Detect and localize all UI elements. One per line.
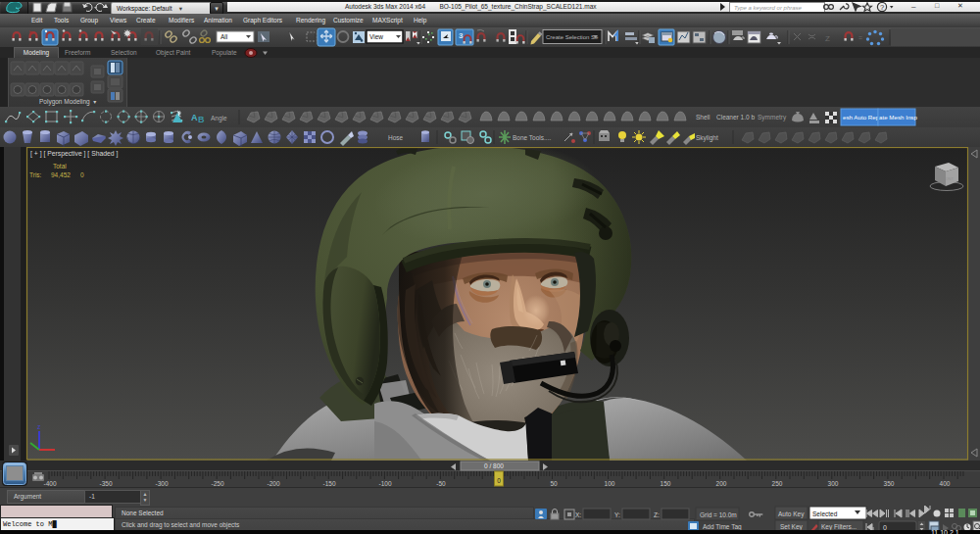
svg-text:Angle: Angle [211,115,227,122]
svg-text:Hose: Hose [388,134,404,141]
svg-text:-300: -300 [155,480,168,487]
svg-text:0 / 800: 0 / 800 [484,462,504,469]
svg-text:-200: -200 [267,480,279,487]
svg-text:z: z [37,423,41,430]
svg-text:Auto Key: Auto Key [778,510,805,518]
svg-text:Symmetry: Symmetry [758,114,787,121]
svg-text:Cleaner 1.0 b: Cleaner 1.0 b [716,114,755,121]
svg-text:FRONT: FRONT [940,176,954,181]
svg-text:0: 0 [80,171,84,178]
svg-text:A: A [191,113,198,122]
svg-text:Z:: Z: [654,511,660,518]
svg-text:Skylight: Skylight [696,134,718,142]
svg-text:ate Mesh Insp: ate Mesh Insp [879,114,917,121]
svg-text:250: 250 [772,480,783,487]
svg-text:B: B [198,115,205,124]
svg-text:esh Auto Rep: esh Auto Rep [843,114,880,121]
svg-text:Bone Tools....: Bone Tools.... [513,134,551,141]
svg-text:-400: -400 [43,480,56,487]
svg-text:Grid = 10.0m: Grid = 10.0m [700,511,737,518]
svg-text:-350: -350 [99,480,112,487]
svg-text:0: 0 [497,477,501,484]
svg-text:-150: -150 [322,480,335,487]
svg-text:-50: -50 [436,480,446,487]
svg-text:350: 350 [884,480,895,487]
svg-text:All: All [220,33,228,40]
svg-text:[ + ] [ Perspective ] [ Shaded: [ + ] [ Perspective ] [ Shaded ] [30,150,118,158]
svg-text:Tris:: Tris: [29,171,42,178]
svg-text:X:: X: [575,511,581,518]
svg-text:3: 3 [459,31,464,40]
svg-text:View: View [369,33,383,40]
svg-text:-250: -250 [211,480,223,487]
svg-text:50: 50 [550,480,558,487]
svg-text:100: 100 [605,480,615,487]
svg-text:Selected: Selected [812,510,838,517]
svg-text:300: 300 [828,480,839,487]
svg-text:Z: Z [825,34,830,43]
svg-text:Total: Total [53,163,67,170]
svg-text:?: ? [880,3,884,12]
svg-text:94,452: 94,452 [51,171,71,178]
svg-text:400: 400 [940,480,951,487]
svg-text:Shell: Shell [696,114,710,121]
svg-text:Create Selection Se: Create Selection Se [546,34,599,40]
svg-text:Y:: Y: [614,511,620,518]
svg-text:-100: -100 [378,480,391,487]
svg-text:200: 200 [716,480,727,487]
svg-text:=: = [858,34,862,41]
svg-text:150: 150 [661,480,671,487]
